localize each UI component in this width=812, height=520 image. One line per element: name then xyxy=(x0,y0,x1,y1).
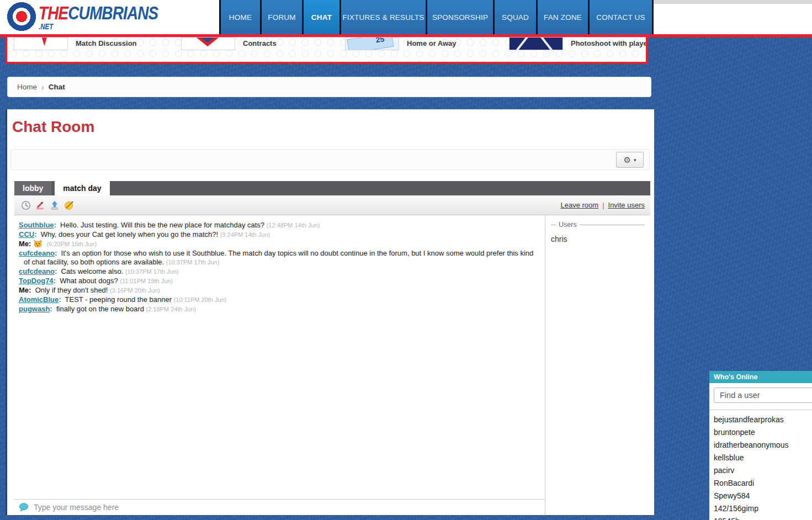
username-link: Me xyxy=(19,240,29,248)
message-timestamp: (2:18PM 24th Jun) xyxy=(146,306,197,312)
online-user[interactable]: 142/156gimp xyxy=(714,504,812,517)
chat-tabbar: lobbymatch day xyxy=(14,181,650,195)
message-timestamp: (10:37PM 17th Jun) xyxy=(166,259,220,266)
nav-item-chat[interactable]: CHAT xyxy=(304,0,339,34)
nav-item-fan-zone[interactable]: FAN ZONE xyxy=(538,0,588,34)
username-colon: : xyxy=(29,240,31,248)
online-user[interactable]: pacirv xyxy=(714,466,812,479)
message-list: Southblue: Hello. Just testing. Will thi… xyxy=(14,215,545,499)
link-divider: | xyxy=(602,201,604,209)
settings-strip: ⚙ ▾ xyxy=(10,149,650,170)
messages-column: Southblue: Hello. Just testing. Will thi… xyxy=(14,215,545,515)
username-link[interactable]: TopDog74 xyxy=(19,277,54,285)
breadcrumb-home-link[interactable]: Home xyxy=(17,83,37,91)
promo-strip: Match DiscussionContracts25Home or AwayP… xyxy=(6,37,648,63)
promo-item-photoshoot-with-player[interactable]: Photoshoot with player xyxy=(509,37,648,50)
message-timestamp: (9:24PM 14th Jun) xyxy=(220,231,270,238)
nav-item-contact-us[interactable]: CONTACT US xyxy=(590,0,652,34)
nav-item-forum[interactable]: FORUM xyxy=(262,0,302,34)
chevron-down-icon: ▾ xyxy=(634,157,636,163)
logo-text: THECUMBRIANS .NET xyxy=(39,3,158,30)
online-user[interactable]: RonBacardi xyxy=(714,479,812,491)
upload-icon[interactable] xyxy=(49,199,61,211)
promo-label: Contracts xyxy=(243,39,277,47)
message-text: finally got on the new board xyxy=(52,305,146,313)
whos-online-list: bejustandfearprokasbruntonpeteidratherbe… xyxy=(714,415,812,520)
promo-label: Match Discussion xyxy=(76,39,137,47)
message-timestamp: (11:01PM 19th Jun) xyxy=(120,278,173,284)
top-right-strip xyxy=(652,0,812,4)
message-text: Why, does your Cat get lonely when you g… xyxy=(37,230,220,238)
clear-paint-icon[interactable] xyxy=(63,199,75,211)
online-user[interactable]: kellsblue xyxy=(714,453,812,466)
chat-message: cufcdeano: Cats welcome also. (10:37PM 1… xyxy=(19,267,539,277)
gear-icon: ⚙ xyxy=(624,155,631,165)
page: { "site": { "logo": {"the": "THE", "cumb… xyxy=(0,0,812,520)
tab-match-day[interactable]: match day xyxy=(55,181,109,195)
logo-net: .NET xyxy=(39,23,158,30)
main-panel: Chat Room ⚙ ▾ lobbymatch day xyxy=(6,109,654,515)
nav-item-fixtures-results[interactable]: FIXTURES & RESULTS xyxy=(341,0,426,34)
chat-message: TopDog74: What about dogs? (11:01PM 19th… xyxy=(19,277,539,286)
message-text: Only if they don't shed! xyxy=(31,286,110,294)
calendar-thumb: 25 xyxy=(345,37,399,50)
leave-room-link[interactable]: Leave room xyxy=(560,201,598,209)
message-timestamp: (10:11PM 20th Jun) xyxy=(174,296,227,303)
username-link[interactable]: cufcdeano xyxy=(19,267,55,275)
nav-item-sponsorship[interactable]: SPONSORSHIP xyxy=(427,0,493,34)
logo-cumbrians: CUMBRIANS xyxy=(68,2,158,23)
find-user-input[interactable] xyxy=(714,388,812,403)
promo-item-contracts[interactable]: Contracts xyxy=(181,37,277,50)
settings-dropdown-button[interactable]: ⚙ ▾ xyxy=(616,152,644,168)
message-text: It's an option for those who wish to use… xyxy=(24,249,533,266)
message-timestamp: (10:37PM 17th Jun) xyxy=(125,268,179,275)
chat-module: lobbymatch day xyxy=(14,181,650,515)
online-user[interactable]: Spewy584 xyxy=(714,491,812,504)
breadcrumb: Home › Chat xyxy=(7,77,651,97)
username-link[interactable]: CCU xyxy=(19,230,34,238)
message-text: What about dogs? xyxy=(56,277,120,285)
tab-lobby[interactable]: lobby xyxy=(14,181,51,195)
promo-label: Photoshoot with player xyxy=(571,39,648,47)
message-input[interactable] xyxy=(33,502,540,512)
chat-message: Me: (6:20PM 15th Jun) xyxy=(19,240,539,249)
chat-message: CCU: Why, does your Cat get lonely when … xyxy=(19,230,539,240)
room-user[interactable]: chris xyxy=(551,235,645,243)
message-timestamp: (3:16PM 20th Jun) xyxy=(110,287,160,294)
whos-online-header: Who's Online xyxy=(709,371,812,383)
username-link[interactable]: AtomicBlue xyxy=(19,295,59,304)
whos-online-body: bejustandfearprokasbruntonpeteidratherbe… xyxy=(709,383,812,520)
online-user[interactable]: idratherbeanonymous xyxy=(714,441,812,453)
room-user-list: chris xyxy=(551,235,645,243)
chat-message: Me: Only if they don't shed! (3:16PM 20t… xyxy=(19,286,539,295)
promo-item-match-discussion[interactable]: Match Discussion xyxy=(14,37,137,50)
online-user[interactable]: bruntonpete xyxy=(714,428,812,441)
message-bubble-icon xyxy=(19,503,29,512)
thumb-text: 25 xyxy=(347,37,394,50)
breadcrumb-separator-icon: › xyxy=(41,83,44,92)
color-picker-icon[interactable] xyxy=(34,199,46,211)
invite-users-link[interactable]: Invite users xyxy=(608,201,645,209)
username-link[interactable]: pugwash xyxy=(19,305,50,313)
promo-item-home-or-away[interactable]: 25Home or Away xyxy=(345,37,457,50)
whos-online-divider xyxy=(709,410,812,410)
username-link[interactable]: cufcdeano xyxy=(19,249,55,257)
page-title: Chat Room xyxy=(12,118,94,136)
logo-the: THE xyxy=(39,2,68,23)
online-user[interactable]: 19545b xyxy=(714,517,812,520)
promo-label: Home or Away xyxy=(407,39,457,47)
room-users-panel: Users chris xyxy=(545,215,650,515)
nav-item-squad[interactable]: SQUAD xyxy=(495,0,536,34)
room-users-legend: Users xyxy=(551,221,645,229)
username-link: Me xyxy=(19,286,29,294)
whos-online-panel: Who's Online bejustandfearprokasbruntonp… xyxy=(709,371,812,520)
online-user[interactable]: bejustandfearprokas xyxy=(714,415,812,428)
history-clock-icon[interactable] xyxy=(20,199,32,211)
site-logo[interactable]: THECUMBRIANS .NET xyxy=(7,2,184,31)
username-link[interactable]: Southblue xyxy=(19,221,54,229)
breadcrumb-current: Chat xyxy=(49,83,65,91)
nav-item-home[interactable]: HOME xyxy=(221,0,260,34)
message-timestamp: (12:48PM 14th Jun) xyxy=(267,222,320,229)
message-input-row[interactable] xyxy=(14,499,545,515)
chat-message: AtomicBlue: TEST - peeping round the ban… xyxy=(19,295,539,305)
